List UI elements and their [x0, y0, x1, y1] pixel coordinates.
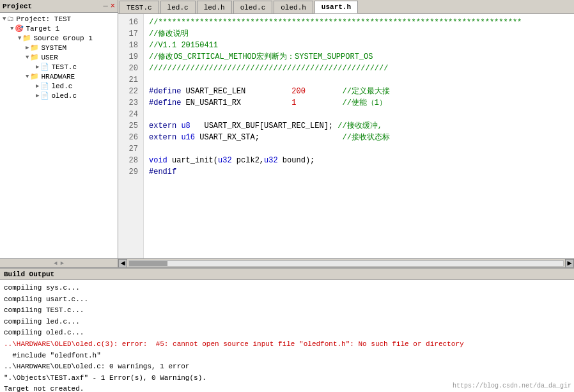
tab-testc-label: TEST.c: [127, 4, 152, 12]
system-label: SYSTEM: [41, 44, 66, 52]
editor-area: TEST.c led.c led.h oled.c oled.h usart.h: [118, 0, 574, 267]
build-line-2: compiling usart.c...: [4, 295, 88, 303]
oledc-label: oled.c: [51, 92, 77, 100]
target-icon: 🎯: [15, 24, 24, 33]
tab-ledh[interactable]: led.h: [197, 1, 232, 13]
folder-icon-user: 📁: [30, 53, 39, 61]
tab-oledc-label: oled.c: [240, 4, 266, 12]
expand-icon-sys: ▶: [26, 44, 29, 51]
tab-oledc[interactable]: oled.c: [233, 1, 273, 13]
hradware-label: HRADWARE: [41, 73, 75, 81]
minimize-icon[interactable]: ─: [104, 2, 108, 11]
panel-resize-handle[interactable]: ◀ ▶: [0, 258, 118, 267]
tab-testc[interactable]: TEST.c: [120, 1, 159, 13]
build-content: compiling sys.c... compiling usart.c... …: [0, 280, 574, 392]
build-line-8: ..\HARDWARE\OLED\oled.c: 0 warnings, 1 e…: [4, 363, 189, 370]
tree-item-source-group1[interactable]: ▼ 📁 Source Group 1: [0, 33, 118, 43]
scroll-thumb[interactable]: [129, 261, 167, 266]
expand-icon-hw: ▼: [26, 74, 29, 80]
tree-item-target1[interactable]: ▼ 🎯 Target 1: [0, 24, 118, 33]
tree-item-ledc[interactable]: ▶ 📄 led.c: [0, 81, 118, 91]
tree-item-system[interactable]: ▶ 📁 SYSTEM: [0, 43, 118, 52]
tab-oledh-label: oled.h: [281, 4, 306, 12]
project-tree: ▼ 🗂 Project: TEST ▼ 🎯 Target 1 ▼ 📁 Sourc…: [0, 13, 118, 258]
build-line-6: ..\HARDWARE\OLED\oled.c(3): error: #5: c…: [4, 340, 464, 348]
tree-item-testc[interactable]: ▶ 📄 TEST.c: [0, 62, 118, 72]
ledc-label: led.c: [51, 82, 72, 90]
build-line-5: compiling oled.c...: [4, 329, 84, 336]
project-label: Project: TEST: [16, 15, 71, 23]
tree-item-user[interactable]: ▼ 📁 USER: [0, 52, 118, 62]
build-line-7: #include "oledfont.h": [4, 352, 101, 359]
expand-icon-led: ▶: [36, 82, 39, 90]
editor-scrollbar[interactable]: ◀ ▶: [118, 258, 574, 267]
tab-bar: TEST.c led.c led.h oled.c oled.h usart.h: [118, 0, 574, 14]
project-panel-header: Project ─ ×: [0, 0, 118, 13]
build-line-4: compiling led.c...: [4, 318, 80, 325]
project-title: Project: [3, 3, 32, 10]
build-line-9: ".\Objects\TEST.axf" - 1 Error(s), 0 War…: [4, 374, 206, 382]
file-icon-testc: 📄: [40, 63, 49, 71]
build-output-title: Build Output: [4, 270, 54, 278]
target1-label: Target 1: [26, 25, 59, 33]
code-content[interactable]: //**************************************…: [144, 14, 574, 258]
watermark: https://blog.csdn.net/da_da_gir: [453, 382, 571, 389]
tab-ledh-label: led.h: [204, 4, 225, 12]
tab-oledh[interactable]: oled.h: [274, 1, 313, 13]
build-line-3: compiling TEST.c...: [4, 306, 84, 314]
scroll-right-btn[interactable]: ▶: [565, 259, 574, 268]
scroll-track[interactable]: [128, 260, 564, 267]
expand-icon-target: ▼: [10, 26, 13, 32]
code-editor[interactable]: 16 17 18 19 20 21 22 23 24 25 26 27 28 2…: [118, 14, 574, 258]
tree-item-oledc[interactable]: ▶ 📄 oled.c: [0, 91, 118, 100]
source-group1-label: Source Group 1: [33, 35, 92, 42]
expand-icon-oled: ▶: [36, 92, 39, 99]
tab-usarth[interactable]: usart.h: [314, 1, 358, 13]
tree-item-project[interactable]: ▼ 🗂 Project: TEST: [0, 14, 118, 24]
testc-label: TEST.c: [51, 63, 77, 71]
file-icon-oledc: 📄: [40, 91, 49, 100]
build-output-panel: Build Output compiling sys.c... compilin…: [0, 267, 574, 392]
user-label: USER: [41, 54, 58, 61]
expand-icon-sg: ▼: [18, 35, 21, 42]
line-numbers: 16 17 18 19 20 21 22 23 24 25 26 27 28 2…: [118, 14, 144, 258]
tab-ledc-label: led.c: [167, 4, 189, 12]
folder-icon-sg: 📁: [22, 34, 31, 42]
tree-item-hradware[interactable]: ▼ 📁 HRADWARE: [0, 72, 118, 81]
expand-icon-user: ▼: [26, 54, 29, 61]
expand-icon: ▼: [3, 16, 6, 22]
project-header-icons: ─ ×: [104, 2, 115, 11]
folder-icon-sys: 📁: [30, 43, 39, 52]
expand-icon-testc: ▶: [36, 63, 39, 70]
tab-usarth-label: usart.h: [322, 3, 351, 11]
build-output-header: Build Output: [0, 269, 574, 280]
file-icon-ledc: 📄: [40, 82, 49, 90]
build-line-1: compiling sys.c...: [4, 284, 80, 292]
scroll-left-btn[interactable]: ◀: [118, 259, 127, 268]
folder-icon-hw: 📁: [30, 72, 39, 81]
tab-ledc[interactable]: led.c: [160, 1, 196, 13]
project-icon: 🗂: [7, 15, 14, 23]
build-line-10: Target not created.: [4, 385, 84, 392]
close-icon[interactable]: ×: [111, 2, 115, 11]
